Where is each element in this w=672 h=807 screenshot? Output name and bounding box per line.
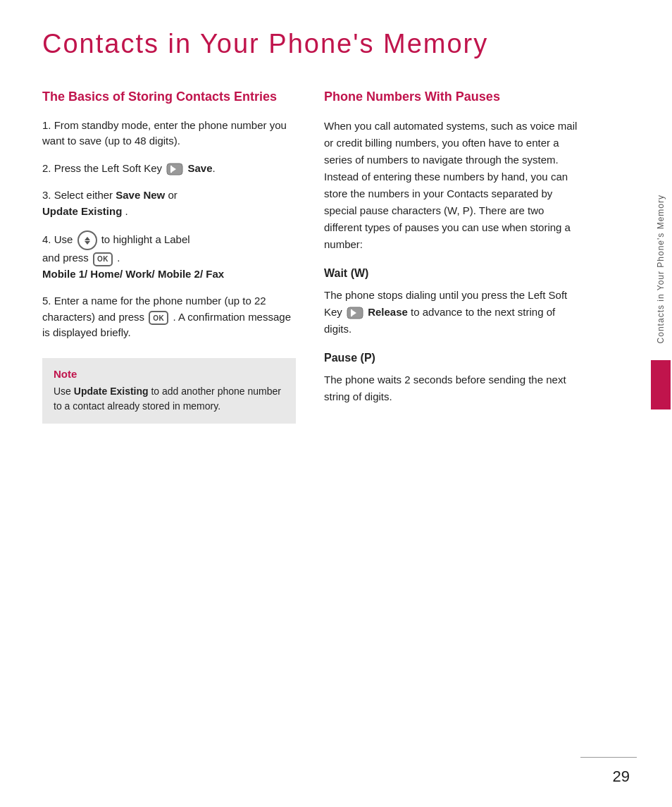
softkey-icon-step2 [166,163,183,175]
page-container: Contacts in Your Phone's Memory The Basi… [0,0,672,807]
note-text-before: Use [54,386,74,397]
step-5: 5. Enter a name for the phone number (up… [42,293,296,341]
step-3-number: 3. [42,189,54,201]
step-2-number: 2. [42,162,54,174]
note-text: Use Update Existing to add another phone… [54,384,285,414]
step-2-text-before: Press the Left Soft Key [54,162,166,174]
nav-icon-step4 [77,230,97,250]
ok-icon-step5: OK [149,311,168,325]
arrow-up-icon [85,237,90,240]
step-4-number: 4. [42,233,54,245]
sidebar-tab: Contacts in Your Phone's Memory [649,183,672,409]
step-3-bold2: Update Existing [42,205,122,217]
page-number: 29 [613,768,630,786]
step-2: 2. Press the Left Soft Key Save. [42,161,296,177]
ok-icon-step4: OK [93,252,113,266]
sidebar-tab-text: Contacts in Your Phone's Memory [651,183,671,355]
note-title: Note [54,368,285,380]
step-4: 4. Use to highlight a Labeland press OK … [42,230,296,282]
wait-text: The phone stops dialing until you press … [324,287,578,338]
left-section-heading: The Basics of Storing Contacts Entries [42,89,296,105]
right-section-heading: Phone Numbers With Pauses [324,89,578,105]
sidebar-tab-bar [651,360,671,409]
step-1-text: From standby mode, enter the phone numbe… [42,119,287,147]
pause-text: The phone waits 2 seconds before sending… [324,371,578,405]
step-3-period: . [125,205,128,217]
step-1: 1. From standby mode, enter the phone nu… [42,118,296,149]
step-2-bold: Save [187,162,212,174]
step-4-period: . [117,252,120,264]
step-3: 3. Select either Save New or Update Exis… [42,187,296,219]
step-4-text-before: Use [54,233,76,245]
right-column: Phone Numbers With Pauses When you call … [324,89,578,415]
left-column: The Basics of Storing Contacts Entries 1… [42,89,296,424]
page-title: Contacts in Your Phone's Memory [42,28,637,61]
softkey-icon-wait [347,307,363,319]
step-3-text-mid: or [168,189,177,201]
wait-bold: Release [368,306,408,318]
step-3-text-before: Select either [54,189,116,201]
right-intro-text: When you call automated systems, such as… [324,118,578,253]
step-4-labels: Mobile 1/ Home/ Work/ Mobile 2/ Fax [42,268,224,280]
steps-list: 1. From standby mode, enter the phone nu… [42,118,296,341]
step-5-number: 5. [42,295,54,307]
step-2-period: . [213,162,216,174]
step-1-number: 1. [42,119,54,131]
main-columns: The Basics of Storing Contacts Entries 1… [42,89,637,424]
divider-line [580,757,637,758]
step-3-bold1: Save New [116,189,165,201]
wait-heading: Wait (W) [324,267,578,280]
arrow-down-icon [85,241,90,245]
note-bold: Update Existing [74,386,149,397]
note-box: Note Use Update Existing to add another … [42,358,296,424]
pause-heading: Pause (P) [324,352,578,364]
